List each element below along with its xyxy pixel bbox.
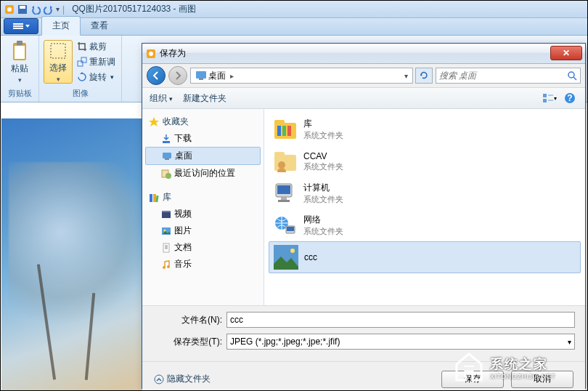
rotate-label: 旋转 (89, 71, 107, 84)
svg-rect-58 (464, 366, 474, 367)
svg-rect-51 (278, 200, 290, 202)
svg-point-11 (149, 52, 153, 56)
dialog-titlebar[interactable]: 保存为 ✕ (142, 44, 585, 64)
paste-label: 粘贴 (11, 63, 28, 75)
paint-app-icon (4, 4, 15, 15)
file-name: CCAV (303, 151, 343, 161)
svg-rect-49 (277, 185, 290, 194)
file-item-ccc[interactable]: ccc (269, 241, 581, 273)
file-subtitle: 系统文件夹 (303, 161, 343, 172)
nav-item-music[interactable]: 音乐 (145, 256, 261, 273)
undo-icon[interactable] (30, 4, 41, 15)
svg-rect-28 (153, 194, 156, 202)
nav-item-downloads[interactable]: 下载 (145, 130, 261, 147)
help-button[interactable]: ? (562, 92, 578, 105)
chevron-down-icon: ▾ (169, 95, 173, 102)
file-subtitle: 系统文件夹 (303, 226, 343, 237)
file-menu-button[interactable] (4, 18, 38, 34)
nav-item-pictures[interactable]: 图片 (145, 222, 261, 239)
ribbon-group-image: 选择 ▾ 裁剪 重新调 旋转▾ 图像 (39, 36, 122, 102)
nav-item-desktop[interactable]: 桌面 (145, 147, 261, 165)
watermark: 系统之家XITONGZHIJIA.NET (452, 350, 583, 386)
svg-rect-17 (543, 99, 547, 102)
music-icon (161, 259, 171, 270)
network-icon (273, 213, 298, 238)
select-button[interactable]: 选择 ▾ (44, 40, 73, 84)
organize-button[interactable]: 组织 ▾ (150, 92, 173, 105)
canvas-image[interactable] (1, 118, 154, 390)
video-icon (161, 209, 171, 219)
chevron-down-icon[interactable]: ▾ (401, 72, 411, 80)
watermark-text-cn: 系统之家 (490, 355, 555, 373)
navigation-pane: 收藏夹 下载 桌面 最近访问的位置 库 视频 图片 文档 音乐 (142, 109, 264, 305)
file-item-network[interactable]: 网络系统文件夹 (269, 209, 581, 241)
breadcrumb-root[interactable]: 桌面▸ (192, 68, 237, 84)
forward-button[interactable] (168, 66, 187, 85)
view-options-button[interactable]: ▾ (542, 92, 558, 105)
tab-view[interactable]: 查看 (81, 17, 118, 35)
svg-rect-12 (196, 71, 206, 78)
svg-point-14 (568, 72, 574, 78)
svg-point-47 (278, 161, 285, 169)
crop-button[interactable]: 裁剪 (75, 40, 117, 54)
resize-button[interactable]: 重新调 (75, 55, 117, 69)
redo-icon[interactable] (43, 4, 54, 15)
refresh-button[interactable] (415, 68, 433, 84)
resize-icon (77, 57, 87, 67)
svg-point-56 (290, 249, 295, 253)
filename-label: 文件名(N): (152, 314, 222, 326)
resize-label: 重新调 (89, 56, 115, 68)
filetype-select[interactable]: JPEG (*.jpg;*.jpeg;*.jpe;*.jfif)▾ (226, 334, 575, 350)
file-subtitle: 系统文件夹 (303, 194, 343, 205)
chevron-down-icon: ▾ (568, 338, 571, 346)
filename-input[interactable] (226, 312, 575, 328)
nav-item-label: 桌面 (175, 150, 192, 162)
desktop-icon (195, 70, 207, 81)
nav-item-label: 图片 (174, 225, 192, 237)
image-thumb-icon (274, 245, 298, 270)
nav-item-label: 最近访问的位置 (174, 167, 235, 180)
ribbon-group-clipboard: 粘贴 ▾ 剪贴板 (1, 36, 39, 102)
svg-rect-8 (78, 61, 83, 66)
libraries-icon (148, 192, 160, 203)
rotate-button[interactable]: 旋转▾ (75, 70, 117, 84)
nav-item-label: 音乐 (174, 258, 192, 270)
svg-rect-54 (287, 227, 294, 231)
group-label-image: 图像 (71, 86, 90, 100)
file-item-ccav[interactable]: CCAV系统文件夹 (269, 145, 581, 177)
svg-point-1 (7, 7, 12, 12)
nav-item-recent[interactable]: 最近访问的位置 (145, 165, 261, 182)
svg-point-26 (166, 173, 171, 179)
svg-rect-6 (17, 41, 23, 45)
libraries-header[interactable]: 库 (145, 189, 261, 206)
new-folder-button[interactable]: 新建文件夹 (183, 92, 226, 105)
breadcrumb[interactable]: 桌面▸ ▾ (190, 68, 413, 84)
crop-icon (77, 41, 87, 52)
file-list[interactable]: 库系统文件夹 CCAV系统文件夹 计算机系统文件夹 网络系统文件夹 ccc (264, 109, 585, 305)
file-item-libraries[interactable]: 库系统文件夹 (269, 113, 581, 145)
ribbon-tabstrip: 主页 查看 (1, 18, 587, 36)
svg-rect-9 (81, 57, 86, 63)
back-button[interactable] (147, 66, 166, 85)
chevron-right-icon: ▸ (230, 72, 234, 80)
hide-folders-button[interactable]: 隐藏文件夹 (154, 373, 211, 385)
chevron-down-icon: ▾ (57, 76, 60, 83)
paste-button[interactable]: 粘贴 ▾ (5, 40, 34, 84)
search-field[interactable] (439, 70, 577, 81)
search-icon (567, 70, 577, 81)
search-input[interactable] (436, 68, 581, 84)
select-rect-icon (49, 41, 68, 60)
svg-rect-45 (274, 155, 296, 171)
nav-item-documents[interactable]: 文档 (145, 239, 261, 256)
file-item-computer[interactable]: 计算机系统文件夹 (269, 177, 581, 209)
svg-rect-50 (281, 197, 287, 200)
save-icon[interactable] (17, 4, 28, 15)
nav-item-videos[interactable]: 视频 (145, 206, 261, 222)
desktop-icon (162, 151, 172, 161)
file-name: 库 (303, 118, 343, 130)
favorites-header[interactable]: 收藏夹 (145, 113, 261, 130)
app-titlebar: ▾ | QQ图片20170517124033 - 画图 (1, 1, 587, 18)
tab-home[interactable]: 主页 (41, 16, 81, 36)
close-button[interactable]: ✕ (550, 46, 582, 60)
qat-dropdown-icon[interactable]: ▾ (56, 5, 60, 13)
